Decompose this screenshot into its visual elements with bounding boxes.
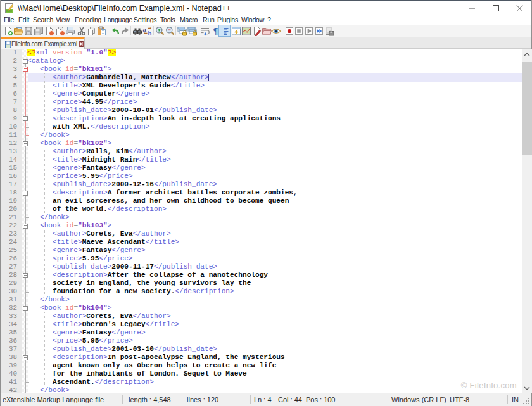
svg-text:b: b [148,30,152,37]
svg-text:¶: ¶ [213,26,218,36]
svg-text:a: a [143,26,147,33]
